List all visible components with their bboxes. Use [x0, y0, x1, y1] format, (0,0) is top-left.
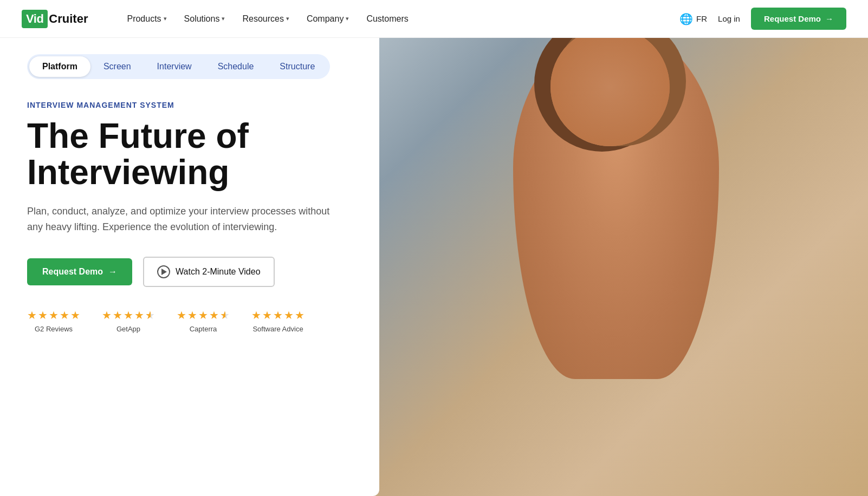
rating-software-advice-label: Software Advice: [252, 325, 303, 333]
chevron-down-icon: ▾: [222, 15, 225, 22]
logo-vid: Vid: [22, 10, 48, 28]
hero-section: Platform Screen Interview Schedule Struc…: [0, 0, 868, 496]
logo[interactable]: Vid Cruiter: [22, 10, 88, 28]
nav-request-demo-button[interactable]: Request Demo →: [751, 8, 846, 30]
stars-capterra: ★ ★ ★ ★ ★★: [177, 309, 230, 322]
stars-getapp: ★ ★ ★ ★ ★★: [102, 309, 155, 322]
nav-company[interactable]: Company ▾: [300, 10, 355, 28]
tab-platform[interactable]: Platform: [29, 56, 90, 77]
rating-g2-label: G2 Reviews: [35, 325, 73, 333]
watch-video-button[interactable]: Watch 2-Minute Video: [143, 257, 275, 287]
hero-photo: [365, 0, 868, 496]
chevron-down-icon: ▾: [346, 15, 349, 22]
stars-software-advice: ★ ★ ★ ★ ★: [251, 309, 305, 322]
nav-customers[interactable]: Customers: [360, 10, 414, 28]
nav-solutions[interactable]: Solutions ▾: [178, 10, 232, 28]
rating-getapp: ★ ★ ★ ★ ★★ GetApp: [102, 309, 155, 333]
arrow-right-icon: →: [108, 267, 117, 277]
request-demo-button[interactable]: Request Demo →: [27, 258, 132, 285]
hero-tag: INTERVIEW MANAGEMENT SYSTEM: [27, 101, 352, 109]
hero-title: The Future of Interviewing: [27, 118, 352, 191]
chevron-down-icon: ▾: [164, 15, 167, 22]
language-selector[interactable]: 🌐 FR: [679, 12, 707, 25]
rating-capterra: ★ ★ ★ ★ ★★ Capterra: [177, 309, 230, 333]
ratings-row: ★ ★ ★ ★ ★ G2 Reviews ★ ★ ★ ★ ★★: [27, 309, 352, 333]
nav-resources[interactable]: Resources ▾: [236, 10, 295, 28]
hero-description: Plan, conduct, analyze, and optimize you…: [27, 204, 341, 235]
tab-interview[interactable]: Interview: [144, 56, 205, 77]
tab-screen[interactable]: Screen: [90, 56, 144, 77]
stars-g2: ★ ★ ★ ★ ★: [27, 309, 80, 322]
chevron-down-icon: ▾: [286, 15, 289, 22]
rating-getapp-label: GetApp: [116, 325, 140, 333]
tab-structure[interactable]: Structure: [267, 56, 328, 77]
rating-g2: ★ ★ ★ ★ ★ G2 Reviews: [27, 309, 80, 333]
rating-software-advice: ★ ★ ★ ★ ★ Software Advice: [251, 309, 305, 333]
globe-icon: 🌐: [679, 12, 693, 25]
nav-links: Products ▾ Solutions ▾ Resources ▾ Compa…: [120, 10, 679, 28]
play-triangle: [161, 269, 167, 275]
tab-schedule[interactable]: Schedule: [205, 56, 267, 77]
hero-content: Platform Screen Interview Schedule Struc…: [0, 38, 379, 496]
cta-row: Request Demo → Watch 2-Minute Video: [27, 257, 352, 287]
navbar: Vid Cruiter Products ▾ Solutions ▾ Resou…: [0, 0, 868, 38]
play-icon: [157, 265, 170, 278]
hero-tabs: Platform Screen Interview Schedule Struc…: [27, 54, 330, 79]
arrow-right-icon: →: [825, 14, 833, 23]
logo-cruiter: Cruiter: [49, 12, 88, 26]
rating-capterra-label: Capterra: [190, 325, 217, 333]
nav-right: 🌐 FR Log in Request Demo →: [679, 8, 846, 30]
nav-products[interactable]: Products ▾: [120, 10, 173, 28]
login-button[interactable]: Log in: [718, 14, 740, 23]
